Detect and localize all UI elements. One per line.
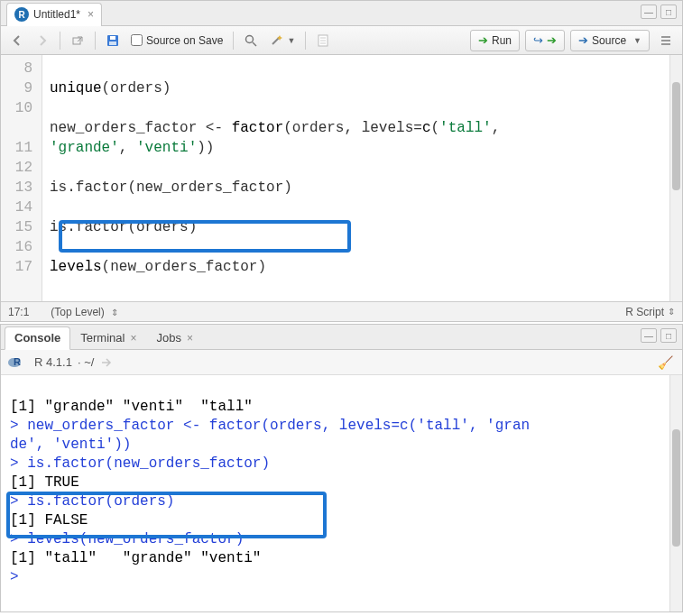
scrollbar-thumb[interactable]: [672, 82, 680, 190]
line-gutter: 8910 11121314151617: [1, 55, 42, 301]
source-button[interactable]: ➔ Source ▼: [570, 30, 650, 51]
r-path-label: · ~/: [78, 355, 94, 369]
outline-icon: [659, 33, 673, 48]
chevron-down-icon: ▼: [633, 36, 641, 45]
minimize-pane-icon[interactable]: —: [641, 328, 657, 343]
cursor-position: 17:1: [8, 306, 29, 318]
language-label: R Script: [625, 306, 664, 318]
tab-console[interactable]: Console: [5, 326, 70, 350]
updown-icon: ⇕: [111, 308, 118, 317]
console-line: [1] "grande" "venti" "tall": [10, 399, 253, 415]
nav-back-button[interactable]: [6, 30, 28, 51]
console-line: [1] FALSE: [10, 512, 88, 529]
file-tab-untitled1[interactable]: R Untitled1* ×: [6, 3, 102, 26]
console-line: > is.factor(orders): [10, 493, 174, 510]
tab-terminal[interactable]: Terminal ×: [70, 326, 146, 350]
chevron-down-icon: ▼: [287, 36, 295, 45]
wand-icon: [269, 33, 283, 48]
console-pane: Console Terminal × Jobs × — □ R 4.1.1 · …: [0, 324, 683, 612]
source-on-save-checkbox[interactable]: Source on Save: [127, 30, 226, 51]
clear-console-icon[interactable]: 🧹: [658, 355, 673, 370]
outline-button[interactable]: [655, 30, 677, 51]
code-area[interactable]: unique(orders) new_orders_factor <- fact…: [42, 55, 682, 301]
r-file-icon: R: [14, 7, 29, 22]
maximize-pane-icon[interactable]: □: [660, 5, 677, 19]
search-icon: [244, 33, 258, 48]
svg-line-5: [253, 42, 256, 46]
show-in-new-window-button[interactable]: [67, 30, 88, 51]
tab-console-label: Console: [14, 331, 60, 345]
arrow-left-icon: [10, 33, 24, 48]
save-icon: [106, 33, 120, 48]
rerun-button[interactable]: ↪ ➔: [525, 30, 565, 51]
tab-jobs[interactable]: Jobs ×: [146, 326, 202, 350]
compile-report-button[interactable]: [312, 30, 334, 51]
close-tab-icon[interactable]: ×: [88, 8, 94, 21]
run-button[interactable]: ➔ Run: [470, 30, 520, 51]
console-prompt[interactable]: >: [10, 569, 27, 585]
editor-pane: R Untitled1* × — □ Source on Save: [0, 0, 683, 322]
console-tab-row: Console Terminal × Jobs × — □: [1, 325, 682, 350]
console-line: [1] "tall" "grande" "venti": [10, 550, 261, 566]
console-line: > new_orders_factor <- factor(orders, le…: [10, 418, 530, 434]
code-tools-button[interactable]: ▼: [265, 30, 299, 51]
source-on-save-input[interactable]: [131, 34, 143, 46]
close-tab-icon[interactable]: ×: [130, 332, 136, 345]
file-tab-label: Untitled1*: [33, 8, 80, 21]
scope-selector[interactable]: (Top Level) ⇕: [51, 306, 118, 318]
maximize-pane-icon[interactable]: □: [660, 328, 677, 343]
tab-jobs-label: Jobs: [156, 331, 180, 345]
source-on-save-label: Source on Save: [146, 34, 223, 47]
svg-rect-0: [73, 38, 80, 44]
console-scrollbar[interactable]: [669, 375, 682, 611]
editor-tab-row: R Untitled1* × — □: [1, 1, 682, 26]
scrollbar-thumb[interactable]: [672, 429, 680, 547]
code-editor[interactable]: 8910 11121314151617 unique(orders) new_o…: [1, 55, 682, 301]
pane-window-buttons: — □: [641, 5, 677, 19]
rerun-arrow-icon2: ➔: [547, 33, 557, 47]
svg-rect-2: [110, 36, 115, 40]
source-arrow-icon: ➔: [578, 33, 588, 47]
svg-point-4: [246, 35, 254, 42]
console-line: > levels(new_orders_factor): [10, 531, 244, 547]
r-version-label: R 4.1.1: [34, 355, 72, 369]
find-button[interactable]: [240, 30, 262, 51]
notebook-icon: [316, 33, 330, 48]
updown-icon: ⇕: [668, 307, 675, 317]
run-arrow-icon: ➔: [478, 33, 488, 47]
editor-scrollbar[interactable]: [669, 55, 682, 301]
minimize-pane-icon[interactable]: —: [641, 5, 657, 19]
save-button[interactable]: [102, 30, 124, 51]
scope-label: (Top Level): [51, 306, 104, 318]
run-label: Run: [492, 34, 512, 47]
r-logo-icon: [8, 356, 24, 369]
rerun-arrow-icon: ↪: [533, 33, 543, 47]
goto-wd-icon[interactable]: [99, 355, 114, 370]
console-line: [1] TRUE: [10, 474, 79, 491]
console-subbar: R 4.1.1 · ~/ 🧹: [1, 350, 682, 375]
tab-terminal-label: Terminal: [80, 331, 125, 345]
svg-rect-3: [109, 41, 116, 45]
console-output[interactable]: [1] "grande" "venti" "tall" > new_orders…: [1, 375, 682, 611]
editor-statusbar: 17:1 (Top Level) ⇕ R Script ⇕: [1, 301, 682, 321]
popout-icon: [70, 33, 85, 48]
close-tab-icon[interactable]: ×: [187, 332, 193, 345]
console-line: > is.factor(new_orders_factor): [10, 455, 270, 472]
nav-forward-button[interactable]: [32, 30, 53, 51]
source-label: Source: [592, 34, 626, 47]
editor-toolbar: Source on Save ▼ ➔ Run ↪ ➔ ➔ Source: [1, 26, 682, 55]
arrow-right-icon: [35, 33, 50, 48]
pane-window-buttons: — □: [641, 328, 677, 343]
console-line: de', 'venti')): [10, 437, 131, 453]
